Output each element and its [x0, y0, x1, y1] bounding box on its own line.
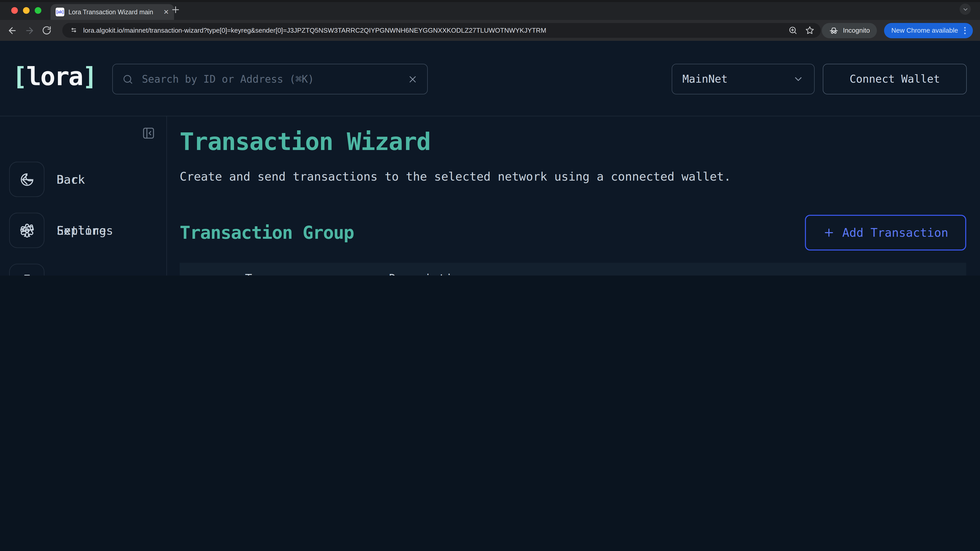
application-window: [ak] Lora Transaction Wizard main ✕: [0, 0, 980, 275]
search-box[interactable]: [112, 64, 428, 94]
window-chevron-down-icon[interactable]: [959, 3, 971, 15]
close-window-button[interactable]: [11, 7, 18, 14]
chrome-update-button[interactable]: New Chrome available: [884, 23, 973, 38]
browser-tab[interactable]: [ak] Lora Transaction Wizard main ✕: [51, 4, 174, 20]
url-text: lora.algokit.io/mainnet/transaction-wiza…: [83, 27, 546, 34]
bookmark-star-icon[interactable]: [805, 25, 815, 35]
lora-logo[interactable]: [lora]: [12, 62, 97, 91]
address-bar[interactable]: lora.algokit.io/mainnet/transaction-wiza…: [62, 23, 821, 38]
sidebar-collapse-button[interactable]: [142, 127, 155, 140]
moon-icon: [9, 162, 45, 197]
zoom-window-button[interactable]: [35, 7, 41, 14]
tab-close-icon[interactable]: ✕: [163, 9, 169, 15]
toolbar-right: Incognito New Chrome available: [788, 20, 973, 41]
page-title: Transaction Wizard: [180, 127, 966, 156]
column-header-description: Description: [389, 272, 544, 275]
search-input[interactable]: [141, 73, 400, 86]
chrome-menu-kebab-icon[interactable]: [964, 27, 966, 34]
logo-bracket-close: ]: [83, 62, 97, 91]
chrome-update-label: New Chrome available: [891, 27, 958, 34]
transaction-group-header: Transaction Group Add Transaction: [180, 215, 966, 251]
sidebar-item-label: Settings: [57, 224, 113, 237]
main-content: Transaction Wizard Create and send trans…: [167, 116, 980, 275]
site-settings-icon[interactable]: [69, 26, 78, 35]
tab-strip: [ak] Lora Transaction Wizard main ✕: [0, 0, 980, 20]
zoom-in-icon[interactable]: [788, 25, 798, 35]
add-transaction-button[interactable]: Add Transaction: [805, 215, 966, 251]
network-select[interactable]: MainNet: [672, 64, 815, 94]
tab-title: Lora Transaction Wizard main: [68, 8, 159, 16]
column-header-type: Type: [245, 272, 389, 275]
browser-back-icon[interactable]: [7, 25, 18, 35]
sidebar-item-label: Dark: [57, 173, 85, 186]
browser-reload-icon[interactable]: [42, 25, 52, 35]
sidebar: Back Explore App Lab Txn Wizard: [0, 116, 167, 275]
logo-bracket-open: [: [12, 62, 26, 91]
chevron-down-icon: [793, 73, 804, 85]
app-header: [lora] MainNet Connect Wallet: [0, 41, 980, 116]
network-selected-value: MainNet: [682, 73, 728, 85]
sidebar-footer: Dark Settings: [5, 159, 162, 275]
connect-wallet-button[interactable]: Connect Wallet: [823, 64, 967, 94]
gear-icon: [9, 213, 45, 248]
search-clear-icon[interactable]: [407, 74, 418, 84]
minimize-window-button[interactable]: [23, 7, 30, 14]
logo-text: lora: [26, 62, 83, 91]
tab-favicon: [ak]: [56, 8, 64, 16]
table-header-row: Type Description: [180, 263, 966, 275]
sidebar-item-dark-mode[interactable]: Dark: [5, 159, 162, 200]
add-transaction-label: Add Transaction: [842, 226, 948, 239]
incognito-label: Incognito: [843, 27, 870, 34]
browser-forward-icon[interactable]: [24, 25, 35, 35]
connect-wallet-label: Connect Wallet: [850, 73, 940, 85]
page-description: Create and send transactions to the sele…: [180, 170, 966, 183]
transaction-table: Type Description 1 Key Registration Send…: [180, 263, 966, 275]
search-icon: [122, 73, 134, 85]
browser-chrome: [ak] Lora Transaction Wizard main ✕: [0, 0, 980, 41]
incognito-icon: [829, 25, 839, 35]
browser-toolbar: lora.algokit.io/mainnet/transaction-wiza…: [0, 20, 980, 41]
sidebar-item-settings[interactable]: Settings: [5, 210, 162, 251]
new-tab-button[interactable]: [170, 5, 181, 15]
group-title: Transaction Group: [180, 222, 354, 243]
window-controls: [11, 7, 41, 14]
plus-icon: [823, 227, 835, 239]
incognito-badge: Incognito: [822, 23, 877, 38]
